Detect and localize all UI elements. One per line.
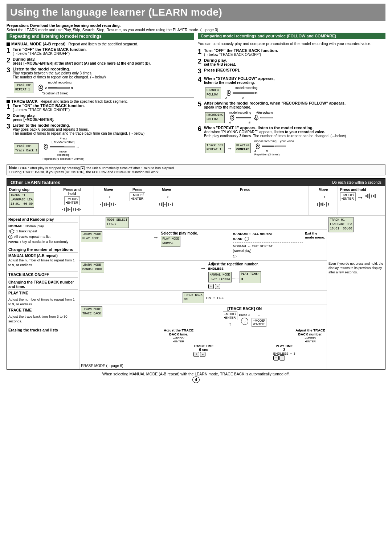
- step-num-2: 2: [7, 57, 12, 64]
- left-section-header: Repeating and listening to model recordi…: [7, 33, 194, 40]
- trace-time-val-disp: 6 sec: [193, 348, 213, 352]
- lcd-track-tb: Track 001: [15, 144, 37, 149]
- play-minus[interactable]: −: [279, 355, 285, 360]
- repetition-label: Repetition (3 times): [37, 91, 73, 95]
- waveform4-icon: [311, 201, 335, 209]
- r-step-num-6: 6: [198, 126, 203, 133]
- rand-circle-icon: [245, 237, 249, 241]
- press-hold-header-2: Press and hold: [340, 188, 383, 192]
- trace-minus[interactable]: −: [200, 352, 205, 357]
- step-title-2: During play,: [13, 57, 194, 61]
- during-stop-cell: During stop TRACK 01 LANGUAGE LEA 18:01 …: [7, 186, 50, 215]
- r-step-title-3: Press [REC/STOP].: [204, 68, 385, 72]
- svg-rect-36: [166, 202, 167, 207]
- during-stop-header: During stop: [9, 188, 48, 192]
- svg-rect-38: [170, 204, 171, 205]
- mode-enter-up-btn[interactable]: –MODE/•ENTER: [223, 311, 238, 320]
- note-box: Note • OFF : After play is stopped by pr…: [7, 164, 385, 175]
- play-time-header: PLAY TIME: [8, 291, 78, 296]
- rf-mic-icon: [253, 114, 260, 121]
- lcd-traceback-line: Trace Back 1: [15, 149, 37, 153]
- svg-rect-32: [159, 203, 160, 205]
- page-number: 4: [7, 378, 385, 382]
- svg-point-11: [257, 145, 258, 146]
- r-step-body-6-text: And when "PLAYING COMPARE" appears, list…: [204, 130, 385, 134]
- tb-step-num-2: 2: [7, 113, 12, 121]
- left-step-2: 2 During play, press [–MODE/•ENTER] at t…: [7, 57, 194, 65]
- compare-lcd1: Track 001 REPEAT 1: [205, 143, 225, 154]
- svg-rect-40: [317, 203, 318, 206]
- svg-rect-35: [164, 204, 166, 205]
- right-col-note: Even if you do not press and hold, the d…: [328, 261, 384, 274]
- manual-mode-adj-col: Adjust the repetition number. ENDLESS MA…: [208, 262, 326, 289]
- svg-rect-39: [172, 203, 173, 206]
- step-title-3: Listen to the model recording.: [13, 67, 194, 71]
- minus-btn[interactable]: −: [215, 284, 220, 289]
- r-step-body-2: During play, set the A-B repeat.: [204, 58, 385, 66]
- step-arrow-1: (→below "TRACE BACK ON/OFF"): [13, 52, 194, 56]
- learn-section: Other LEARN features Do each step within…: [7, 178, 385, 370]
- tb-lcd: Track 001 Trace Back 1: [14, 143, 39, 154]
- tb-step-desc2: The number of times to repeat and the tr…: [13, 131, 194, 135]
- r-step-body-3: Press [REC/STOP].: [204, 68, 385, 72]
- play-time-col-2: PLAY TIME 3 ENDLESS ↔ 3 + −: [273, 344, 295, 360]
- head-icon: [37, 84, 44, 91]
- svg-rect-16: [69, 209, 70, 210]
- press-hold-header: Press andhold: [53, 188, 91, 196]
- b-label: B: [70, 86, 73, 90]
- sf-timeline: model recording B A B: [225, 86, 258, 99]
- svg-rect-18: [73, 208, 74, 211]
- sf-model-label: model recording: [225, 86, 258, 90]
- black-square-icon: [7, 42, 10, 46]
- right-step-4: 4 When "STANDBY FOLLOW" appears, listen …: [198, 76, 385, 85]
- mode-enter-down-btn[interactable]: –MODE/•ENTER: [252, 318, 266, 327]
- trace-time-row: TRACE TIME 6 sec + − PLAY TIME 3 END: [164, 344, 325, 360]
- play-mode-normal-col: Select the play mode. PLAY MODE NORMAL: [161, 231, 230, 247]
- press-cell-2: Press: [181, 186, 309, 215]
- manual-mode-lcd: MANUAL MODE PLAY TIME=3: [208, 272, 232, 283]
- r-step-num-4: 4: [198, 76, 203, 83]
- r-step-num-1: 1: [198, 48, 203, 56]
- note-label: Note: [9, 166, 17, 170]
- right-features-col: TRACK 01 LANGUAGE LEA 18:01 00:00 Even i…: [327, 216, 385, 369]
- circle-press-col: Press ○ ○: [239, 313, 250, 325]
- trace-time-col: TRACE TIME 6 sec + −: [193, 344, 213, 360]
- move-arrow-3: →: [356, 193, 364, 201]
- ab-timeline: model recording A B: [37, 81, 73, 95]
- trace-time-desc: Adjust the trace back time from 3 to 30 …: [8, 314, 78, 324]
- play-pm: + −: [273, 355, 295, 360]
- endless-arrow-label: ENDLESS ↔ 3: [273, 352, 295, 355]
- step-body-1: Turn "OFF" the TRACE BACK function. (→be…: [13, 47, 194, 56]
- traceback-details-row: LEARN MODE TRACE BACK [TRACE BACK] ON –M…: [79, 305, 327, 362]
- svg-rect-19: [75, 208, 76, 211]
- ab-lcd-display: Track 001 REPEAT 1: [14, 82, 33, 93]
- note-text: • OFF : After play is stopped by pressin…: [9, 166, 175, 174]
- svg-point-5: [228, 91, 229, 93]
- trace-plus[interactable]: +: [193, 352, 199, 357]
- tb-step-2: 2 During play, press [–MODE/•ENTER].: [7, 113, 194, 122]
- svg-rect-8: [255, 115, 257, 118]
- right-step-2: 2 During play, set the A-B repeat.: [198, 58, 385, 66]
- waveform2-icon: [96, 201, 121, 209]
- plus-btn[interactable]: +: [208, 284, 214, 289]
- svg-rect-29: [111, 203, 112, 205]
- play-plus[interactable]: +: [273, 355, 279, 360]
- adj-trace-time-label: Adjust the TRACEBACK time.: [164, 328, 193, 336]
- lcd-repeat-line: REPEAT 1: [15, 88, 32, 92]
- step-desc1-3: Play repeats between the two points only…: [13, 71, 194, 75]
- compare-arrow: →: [227, 146, 232, 151]
- move-header-3: Move: [311, 188, 335, 192]
- compare-rep-label: Repetition (3 times): [254, 153, 294, 156]
- circle-btn[interactable]: ○: [241, 318, 248, 325]
- svg-rect-21: [78, 208, 79, 211]
- tb-step-body-3: Listen to the model recording. Play goes…: [13, 123, 194, 135]
- manual-mode-row: LEARN MODE MANUAL MODE → Adjust the repe…: [79, 261, 327, 291]
- manual-mode-disp-row: MANUAL MODE PLAY TIME=3 …… PLAY TIME= 3: [208, 271, 326, 283]
- erase-mode-row: ERASE MODE (→page 6): [79, 362, 327, 369]
- tb-repetition-label: Repetition (6 seconds × 3 times): [42, 157, 84, 160]
- middle-features-area: MODE SELECT LEARN LEARN MODE PLAY MODE →: [79, 216, 327, 369]
- rand-label: RAND: [233, 236, 242, 241]
- svg-rect-50: [371, 195, 372, 197]
- right-intro: You can continuously play and compare pr…: [198, 41, 385, 46]
- other-learn-label: Other LEARN features: [11, 180, 60, 185]
